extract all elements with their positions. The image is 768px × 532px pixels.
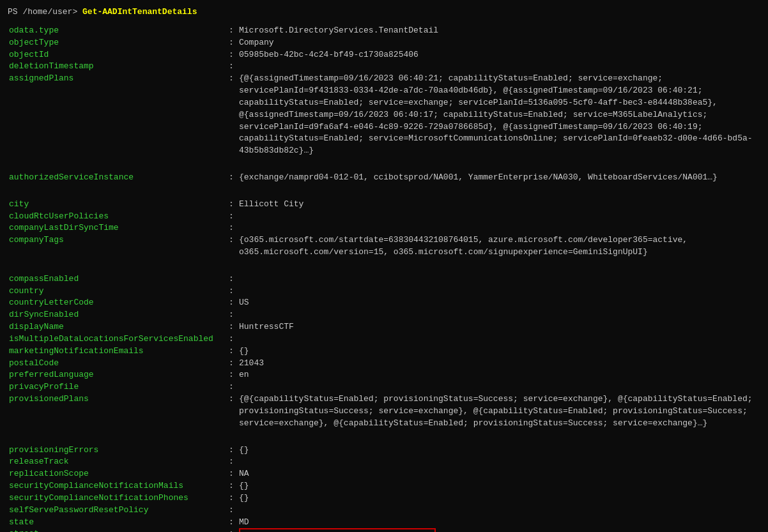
val-cell: {} xyxy=(238,480,760,492)
sep-cell xyxy=(225,430,238,445)
val-cell xyxy=(238,309,760,321)
val-cell xyxy=(238,157,760,172)
table-row: state:MD xyxy=(8,517,760,529)
key-cell: objectId xyxy=(8,49,225,61)
table-row: releaseTrack: xyxy=(8,456,760,468)
sep-cell: : xyxy=(225,234,238,259)
table-row: compassEnabled: xyxy=(8,273,760,285)
val-cell: 21043 xyxy=(238,358,760,370)
val-cell xyxy=(238,211,760,223)
val-cell: NA xyxy=(238,468,760,480)
table-row: preferredLanguage:en xyxy=(8,369,760,381)
val-cell: {} xyxy=(238,445,760,457)
sep-cell: : xyxy=(225,321,238,333)
table-row: postalCode:21043 xyxy=(8,358,760,370)
val-cell: {@{capabilityStatus=Enabled; provisionin… xyxy=(238,393,760,430)
key-cell: isMultipleDataLocationsForServicesEnable… xyxy=(8,333,225,346)
table-row: marketingNotificationEmails:{} xyxy=(8,346,760,358)
sep-cell: : xyxy=(225,346,238,358)
prompt-command: Get-AADIntTenantDetails xyxy=(82,7,197,17)
val-cell: US xyxy=(238,297,760,309)
sep-cell: : xyxy=(225,49,238,61)
key-cell: replicationScope xyxy=(8,468,225,480)
sep-cell: : xyxy=(225,517,238,529)
val-cell: Company xyxy=(238,37,760,49)
sep-cell: : xyxy=(225,358,238,370)
val-cell xyxy=(238,456,760,468)
table-row xyxy=(8,157,760,172)
sep-cell: : xyxy=(225,468,238,480)
table-row: street:flag{dd7bf230fde8d4836917806aff6a… xyxy=(8,528,760,532)
sep-cell xyxy=(225,259,238,273)
val-cell xyxy=(238,184,760,199)
val-cell: {@{assignedTimestamp=09/16/2023 06:40:21… xyxy=(238,73,760,157)
val-cell: MD xyxy=(238,517,760,529)
table-row: privacyProfile: xyxy=(8,381,760,393)
sep-cell: : xyxy=(225,381,238,393)
key-cell: authorizedServiceInstance xyxy=(8,172,225,184)
table-row: countryLetterCode:US xyxy=(8,297,760,309)
key-cell: compassEnabled xyxy=(8,273,225,285)
sep-cell xyxy=(225,184,238,199)
val-cell: 05985beb-42bc-4c24-bf49-c1730a825406 xyxy=(238,49,760,61)
table-row: odata.type:Microsoft.DirectoryServices.T… xyxy=(8,25,760,37)
table-row: companyTags:{o365.microsoft.com/startdat… xyxy=(8,234,760,259)
table-row: provisionedPlans:{@{capabilityStatus=Ena… xyxy=(8,393,760,430)
val-cell xyxy=(238,285,760,298)
val-cell xyxy=(238,61,760,73)
sep-cell: : xyxy=(225,528,238,532)
sep-cell: : xyxy=(225,456,238,468)
key-cell: marketingNotificationEmails xyxy=(8,346,225,358)
key-cell xyxy=(8,184,225,199)
val-cell: flag{dd7bf230fde8d4836917806aff6a6b27} xyxy=(238,528,760,532)
key-cell: countryLetterCode xyxy=(8,297,225,309)
key-cell: city xyxy=(8,199,225,211)
sep-cell: : xyxy=(225,285,238,298)
sep-cell: : xyxy=(225,505,238,517)
val-cell: {} xyxy=(238,346,760,358)
sep-cell: : xyxy=(225,25,238,37)
sep-cell: : xyxy=(225,309,238,321)
key-cell: street xyxy=(8,528,225,532)
table-row: displayName:HuntressCTF xyxy=(8,321,760,333)
sep-cell: : xyxy=(225,492,238,505)
table-row: objectType:Company xyxy=(8,37,760,49)
key-cell: cloudRtcUserPolicies xyxy=(8,211,225,223)
table-row xyxy=(8,259,760,273)
val-cell: HuntressCTF xyxy=(238,321,760,333)
val-cell: Microsoft.DirectoryServices.TenantDetail xyxy=(238,25,760,37)
table-row: objectId:05985beb-42bc-4c24-bf49-c1730a8… xyxy=(8,49,760,61)
key-cell: companyLastDirSyncTime xyxy=(8,222,225,234)
key-cell: selfServePasswordResetPolicy xyxy=(8,505,225,517)
key-cell: securityComplianceNotificationPhones xyxy=(8,492,225,505)
key-cell: securityComplianceNotificationMails xyxy=(8,480,225,492)
key-cell: companyTags xyxy=(8,234,225,259)
key-cell: objectType xyxy=(8,37,225,49)
sep-cell xyxy=(225,157,238,172)
sep-cell: : xyxy=(225,61,238,73)
key-cell: dirSyncEnabled xyxy=(8,309,225,321)
key-cell xyxy=(8,157,225,172)
table-row: isMultipleDataLocationsForServicesEnable… xyxy=(8,333,760,346)
sep-cell: : xyxy=(225,222,238,234)
val-cell: {} xyxy=(238,492,760,505)
sep-cell: : xyxy=(225,73,238,157)
val-cell xyxy=(238,505,760,517)
sep-cell: : xyxy=(225,333,238,346)
val-cell: {exchange/namprd04-012-01, ccibotsprod/N… xyxy=(238,172,760,184)
flag-value: flag{dd7bf230fde8d4836917806aff6a6b27} xyxy=(239,528,436,532)
val-cell xyxy=(238,333,760,346)
sep-cell: : xyxy=(225,480,238,492)
table-row: companyLastDirSyncTime: xyxy=(8,222,760,234)
key-cell: provisioningErrors xyxy=(8,445,225,457)
sep-cell: : xyxy=(225,297,238,309)
key-cell: displayName xyxy=(8,321,225,333)
table-row: city:Ellicott City xyxy=(8,199,760,211)
key-cell: releaseTrack xyxy=(8,456,225,468)
table-row: deletionTimestamp: xyxy=(8,61,760,73)
table-row: country: xyxy=(8,285,760,298)
val-cell xyxy=(238,381,760,393)
key-cell: odata.type xyxy=(8,25,225,37)
val-cell: en xyxy=(238,369,760,381)
key-cell: state xyxy=(8,517,225,529)
